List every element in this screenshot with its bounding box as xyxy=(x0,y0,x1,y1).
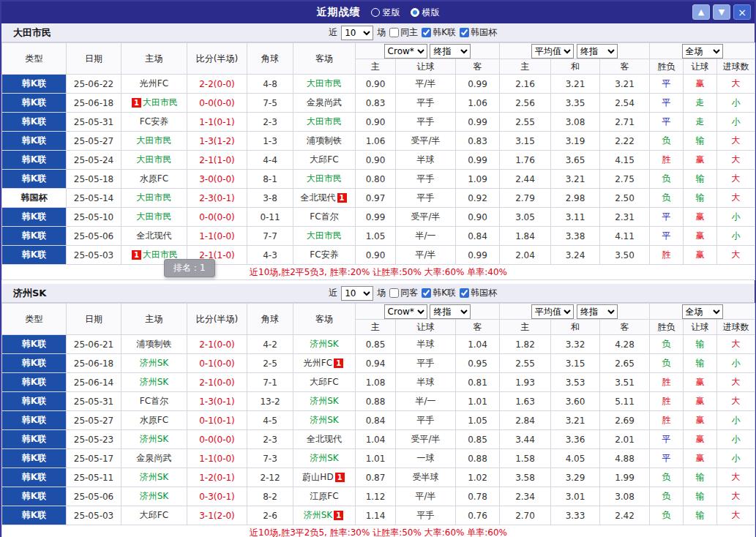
layout-option-horizontal[interactable]: 横版 xyxy=(411,7,440,19)
match-row: 韩国杯25-05-14大田市民2-3(0-1)3-8全北现代10.97平手0.9… xyxy=(2,189,755,208)
away-team-cell: 济州SK xyxy=(293,392,356,411)
corners-cell: 8-1 xyxy=(247,170,293,189)
away-odds-cell: 1.01 xyxy=(456,392,500,411)
avg-final-select[interactable]: 终指 xyxy=(577,304,618,319)
handicap-cell: 平手 xyxy=(396,113,456,132)
radio-label-horizontal: 横版 xyxy=(422,7,440,19)
odds-provider-select[interactable]: Crow* xyxy=(384,304,427,319)
home-odds-cell: 0.84 xyxy=(356,411,396,430)
team-name-text: 光州FC xyxy=(140,78,168,89)
k-league-option[interactable]: 韩K联 xyxy=(422,287,456,299)
odds-final-select[interactable]: 终指 xyxy=(430,44,471,59)
home-team-cell: 浦项制铁 xyxy=(121,335,187,354)
scope-select[interactable]: 全场 xyxy=(682,304,723,319)
korean-cup-option[interactable]: 韩国杯 xyxy=(460,26,497,39)
away-team-cell: 金泉尚武 xyxy=(293,94,356,113)
korean-cup-label: 韩国杯 xyxy=(471,287,497,299)
same-venue-checkbox[interactable] xyxy=(389,288,399,298)
goals-cell: 小 xyxy=(717,430,755,449)
handicap-result-cell: 输 xyxy=(684,189,717,208)
close-button[interactable]: × xyxy=(733,4,751,20)
avg-away-cell: 3.51 xyxy=(600,373,650,392)
result-cell: 平 xyxy=(650,227,684,246)
home-odds-cell: 0.97 xyxy=(356,189,396,208)
odds-provider-select[interactable]: Crow* xyxy=(384,44,427,59)
handicap-cell: 平/半 xyxy=(396,246,456,265)
avg-home-cell: 2.16 xyxy=(500,75,551,94)
korean-cup-checkbox[interactable] xyxy=(460,28,469,37)
avg-source-select[interactable]: 平均值 xyxy=(531,44,574,59)
team-name-text: 大田市民 xyxy=(137,211,172,222)
score-cell: 2-3(0-1) xyxy=(187,189,247,208)
team-name-text: 金泉尚武 xyxy=(307,97,342,108)
avg-away-cell: 3.50 xyxy=(600,246,650,265)
col-header-date: 日期 xyxy=(67,304,121,335)
team-name-text: 光州FC xyxy=(304,358,332,368)
score-cell: 1-2(0-1) xyxy=(187,468,247,487)
handicap-cell: 受半球 xyxy=(396,468,456,487)
avg-home-cell: 2.79 xyxy=(500,189,551,208)
title-group: 近期战绩 竖版 横版 xyxy=(317,6,440,19)
result-cell: 负 xyxy=(650,354,684,373)
away-odds-cell: 1.09 xyxy=(456,170,500,189)
handicap-result-cell: 赢 xyxy=(684,411,717,430)
avg-home-cell: 1.58 xyxy=(500,449,551,468)
recent-count-select[interactable]: 10 xyxy=(341,26,373,40)
away-odds-cell: 1.04 xyxy=(456,335,500,354)
handicap-result-cell: 输 xyxy=(684,170,717,189)
radio-label-vertical: 竖版 xyxy=(383,7,400,19)
goals-cell: 大 xyxy=(717,373,755,392)
korean-cup-checkbox[interactable] xyxy=(460,288,469,298)
avg-final-select[interactable]: 终指 xyxy=(577,44,618,59)
away-team-cell: 济州SK xyxy=(293,335,356,354)
layout-option-vertical[interactable]: 竖版 xyxy=(371,7,400,19)
sub-col-avg-draw: 和 xyxy=(551,59,600,75)
k-league-checkbox[interactable] xyxy=(422,28,431,37)
avg-source-select[interactable]: 平均值 xyxy=(531,304,574,319)
sub-col-avg-home: 主 xyxy=(500,320,551,335)
scope-select[interactable]: 全场 xyxy=(682,44,723,59)
odds-header-cell: Crow* 终指 xyxy=(356,43,500,59)
score-cell: 0-3(0-1) xyxy=(187,487,247,506)
home-odds-cell: 0.99 xyxy=(356,208,396,227)
handicap-result-cell: 赢 xyxy=(684,449,717,468)
date-cell: 25-05-27 xyxy=(67,132,121,151)
date-cell: 25-05-06 xyxy=(67,487,121,506)
home-odds-cell: 1.06 xyxy=(356,132,396,151)
korean-cup-option[interactable]: 韩国杯 xyxy=(460,287,497,299)
handicap-result-cell: 输 xyxy=(684,132,717,151)
same-venue-checkbox[interactable] xyxy=(389,28,399,37)
result-cell: 负 xyxy=(650,170,684,189)
same-venue-option[interactable]: 同主 xyxy=(389,26,418,39)
handicap-result-cell: 赢 xyxy=(684,208,717,227)
sub-col-avg-away: 客 xyxy=(600,59,650,75)
result-cell: 胜 xyxy=(650,392,684,411)
handicap-cell: 一球 xyxy=(396,449,456,468)
avg-away-cell: 3.21 xyxy=(600,75,650,94)
match-row: 韩K联25-05-17金泉尚武1-1(0-0)7-3济州SK1.01一球0.88… xyxy=(2,449,755,468)
avg-away-cell: 1.99 xyxy=(600,468,650,487)
k-league-option[interactable]: 韩K联 xyxy=(422,26,456,39)
avg-home-cell: 2.84 xyxy=(500,411,551,430)
recent-count-select[interactable]: 10 xyxy=(341,286,373,301)
away-team-cell: 大邱FC xyxy=(293,373,356,392)
handicap-result-cell: 输 xyxy=(684,487,717,506)
away-odds-cell: 0.83 xyxy=(456,132,500,151)
scroll-down-button[interactable]: ▼ xyxy=(713,4,730,20)
home-team-cell: 济州SK xyxy=(121,468,187,487)
games-label: 场 xyxy=(377,26,386,39)
odds-final-select[interactable]: 终指 xyxy=(430,304,471,319)
goals-cell: 大 xyxy=(717,335,755,354)
away-team-cell: 大田市民 xyxy=(293,227,356,246)
col-header-corners: 角球 xyxy=(247,304,293,335)
sub-col-avg-away: 客 xyxy=(600,320,650,335)
same-venue-option[interactable]: 同客 xyxy=(389,287,418,299)
match-row: 韩K联25-05-31FC安养1-1(0-1)2-3大田市民0.90平手0.99… xyxy=(2,113,755,132)
date-cell: 25-05-23 xyxy=(67,430,121,449)
team-name: 济州SK xyxy=(13,287,46,300)
k-league-checkbox[interactable] xyxy=(422,288,431,298)
goals-cell: 小 xyxy=(717,354,755,373)
scroll-up-button[interactable]: ▲ xyxy=(692,4,710,20)
date-cell: 25-05-31 xyxy=(67,113,121,132)
result-cell: 负 xyxy=(650,506,684,525)
